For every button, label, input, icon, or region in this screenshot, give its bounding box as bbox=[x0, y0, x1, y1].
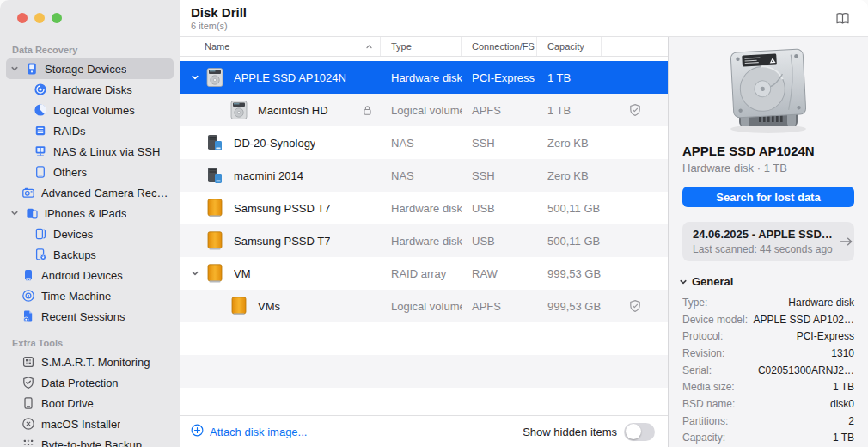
show-hidden-items-label: Show hidden items bbox=[523, 426, 617, 438]
sidebar-item-data-protection[interactable]: Data Protection bbox=[6, 372, 174, 393]
disk-drill-window: Data Recovery Storage Devices Hardware D… bbox=[0, 0, 868, 447]
device-name: DD-20-Synology bbox=[234, 137, 315, 150]
sidebar-item-backups[interactable]: Backups bbox=[6, 244, 174, 265]
last-scan-session-card[interactable]: 24.06.2025 - APPLE SSD… Last scanned: 44… bbox=[682, 222, 854, 261]
sidebar-item-label: Advanced Camera Recovery bbox=[41, 187, 174, 199]
detail-row-device-model: Device model: APPLE SSD AP102… bbox=[669, 311, 868, 328]
device-row-macmini-2014[interactable]: macmini 2014 NAS SSH Zero KB bbox=[180, 159, 668, 192]
sidebar-item-nas-linux-via-ssh[interactable]: NAS & Linux via SSH bbox=[6, 141, 174, 162]
detail-value: APPLE SSD AP102… bbox=[754, 314, 854, 326]
column-header-connection-fs[interactable]: Connection/FS bbox=[462, 37, 537, 56]
sort-ascending-icon bbox=[365, 43, 373, 51]
device-row-macintosh-hd[interactable]: Macintosh HD Logical volume APFS 1 TB bbox=[180, 94, 668, 126]
chevron-down-icon bbox=[679, 278, 688, 286]
device-row-dd-20-synology[interactable]: DD-20-Synology NAS SSH Zero KB bbox=[180, 126, 668, 159]
device-row-vms[interactable]: VMs Logical volume APFS 999,53 GB bbox=[180, 290, 668, 322]
zoom-window-button[interactable] bbox=[52, 13, 62, 23]
macos-installer-icon bbox=[21, 417, 35, 432]
column-header-type[interactable]: Type bbox=[381, 37, 462, 56]
main-column: Disk Drill 6 item(s) Name Type Connectio… bbox=[180, 0, 868, 447]
column-header-name-label: Name bbox=[205, 41, 229, 52]
logical-volumes-icon bbox=[33, 103, 47, 118]
sidebar-item-devices[interactable]: Devices bbox=[6, 224, 174, 244]
device-capacity-cell: 500,11 GB bbox=[537, 202, 602, 215]
device-name-cell: Samsung PSSD T7 bbox=[180, 230, 381, 251]
detail-row-revision: Revision: 1310 bbox=[669, 345, 868, 362]
selected-device-title: APPLE SSD AP1024N bbox=[682, 144, 854, 158]
attach-disk-image-label: Attach disk image... bbox=[210, 426, 307, 438]
device-connection-cell: SSH bbox=[462, 137, 537, 150]
minimize-window-button[interactable] bbox=[34, 13, 45, 23]
device-status-cell bbox=[602, 299, 668, 313]
general-section-label: General bbox=[692, 275, 733, 288]
byte-backup-icon bbox=[21, 438, 35, 447]
device-connection-cell: USB bbox=[462, 202, 537, 215]
raids-icon bbox=[33, 124, 47, 138]
sidebar-item-raids[interactable]: RAIDs bbox=[6, 120, 174, 141]
selected-device-subtitle: Hardware disk · 1 TB bbox=[682, 162, 854, 175]
attach-disk-image-button[interactable]: Attach disk image... bbox=[191, 424, 307, 439]
chevron-down-icon[interactable] bbox=[191, 269, 205, 278]
inspector-panel: APPLE SSD AP1024N Hardware disk · 1 TB S… bbox=[668, 37, 868, 447]
sidebar-item-hardware-disks[interactable]: Hardware Disks bbox=[6, 79, 174, 100]
detail-value: Hardware disk bbox=[788, 297, 854, 309]
detail-row-partitions: Partitions: 2 bbox=[669, 413, 868, 430]
detail-label: BSD name: bbox=[682, 398, 735, 410]
general-section-header[interactable]: General bbox=[679, 275, 868, 288]
sidebar-item-recent-sessions[interactable]: Recent Sessions bbox=[6, 306, 174, 327]
device-connection-cell: RAW bbox=[462, 267, 537, 280]
column-header-capacity[interactable]: Capacity bbox=[537, 37, 602, 56]
device-capacity-cell: 1 TB bbox=[537, 71, 602, 84]
device-name: VMs bbox=[258, 300, 280, 313]
device-capacity-cell: 1 TB bbox=[537, 104, 602, 117]
sidebar-item-storage-devices[interactable]: Storage Devices bbox=[6, 58, 174, 79]
sidebar-item-macos-installer[interactable]: macOS Installer bbox=[6, 413, 174, 434]
device-row-apple-ssd-ap1024n[interactable]: APPLE SSD AP1024N Hardware disk PCI-Expr… bbox=[180, 61, 668, 94]
boot-drive-icon bbox=[21, 396, 35, 411]
sidebar-item-s-m-a-r-t-monitoring[interactable]: S.M.A.R.T. Monitoring bbox=[6, 352, 174, 372]
smart-monitoring-icon bbox=[21, 355, 35, 370]
chevron-down-icon[interactable] bbox=[191, 73, 205, 82]
sidebar-item-label: Recent Sessions bbox=[41, 310, 125, 323]
nas-icon bbox=[205, 132, 225, 153]
device-name-cell: macmini 2014 bbox=[180, 165, 381, 186]
show-hidden-items-control: Show hidden items bbox=[523, 423, 655, 441]
device-capacity-cell: 999,53 GB bbox=[537, 267, 602, 280]
device-table: Name Type Connection/FS Capacity APPLE S… bbox=[180, 37, 668, 447]
column-header-name[interactable]: Name bbox=[180, 37, 381, 56]
device-name: Samsung PSSD T7 bbox=[234, 202, 330, 215]
section-label-data-recovery: Data Recovery bbox=[12, 45, 180, 55]
sidebar-item-label: Backups bbox=[53, 248, 96, 261]
toggle-knob bbox=[626, 424, 641, 439]
close-window-button[interactable] bbox=[17, 13, 28, 23]
search-for-lost-data-button[interactable]: Search for lost data bbox=[682, 187, 854, 207]
sidebar-item-advanced-camera-recovery[interactable]: Advanced Camera Recovery bbox=[6, 182, 174, 203]
open-book-icon[interactable] bbox=[834, 11, 851, 26]
device-connection-cell: SSH bbox=[462, 169, 537, 182]
sidebar-section-data-recovery: Storage Devices Hardware Disks Logical V… bbox=[0, 58, 180, 327]
device-status-cell bbox=[602, 103, 668, 117]
device-row-samsung-pssd-t7[interactable]: Samsung PSSD T7 Hardware disk USB 500,11… bbox=[180, 192, 668, 224]
device-row-vm[interactable]: VM RAID array RAW 999,53 GB bbox=[180, 257, 668, 290]
sidebar-item-label: Logical Volumes bbox=[53, 104, 135, 117]
plus-circle-icon bbox=[191, 424, 204, 439]
sidebar-item-time-machine[interactable]: Time Machine bbox=[6, 285, 174, 306]
sidebar-item-logical-volumes[interactable]: Logical Volumes bbox=[6, 100, 174, 120]
show-hidden-items-toggle[interactable] bbox=[624, 423, 655, 441]
sidebar-item-others[interactable]: Others bbox=[6, 162, 174, 182]
sidebar-item-byte-to-byte-backup[interactable]: Byte-to-byte Backup bbox=[6, 434, 174, 447]
sidebar-item-android-devices[interactable]: Android Devices bbox=[6, 265, 174, 285]
sidebar-item-boot-drive[interactable]: Boot Drive bbox=[6, 393, 174, 413]
silver-disk-icon bbox=[205, 67, 225, 88]
iphone-ipad-icon bbox=[24, 206, 39, 221]
detail-label: Revision: bbox=[682, 347, 724, 359]
device-name: macmini 2014 bbox=[234, 169, 303, 182]
hard-drive-illustration bbox=[669, 46, 868, 135]
device-capacity-cell: Zero KB bbox=[537, 169, 602, 182]
sidebar-item-label: iPhones & iPads bbox=[45, 207, 126, 220]
device-capacity-cell: Zero KB bbox=[537, 137, 602, 150]
sidebar-item-iphones-ipads[interactable]: iPhones & iPads bbox=[6, 203, 174, 224]
page-title: Disk Drill bbox=[191, 5, 247, 20]
device-row-samsung-pssd-t7[interactable]: Samsung PSSD T7 Hardware disk USB 500,11… bbox=[180, 224, 668, 257]
empty-row bbox=[180, 355, 668, 388]
